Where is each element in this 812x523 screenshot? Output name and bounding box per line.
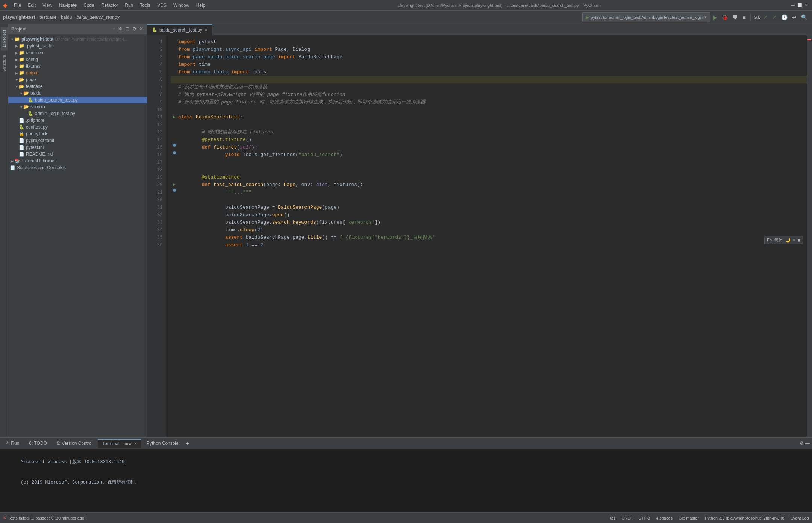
status-position[interactable]: 6:1 (610, 516, 615, 520)
panel-close-btn[interactable]: ✕ (139, 26, 144, 32)
bottom-tab-terminal[interactable]: Terminal Local ✕ (98, 439, 141, 448)
add-tab-button[interactable]: + (184, 440, 191, 447)
tab-icon: 🐍 (152, 27, 157, 32)
tree-item-gitignore[interactable]: ▶ 📄 .gitignore (8, 117, 147, 124)
tree-item-conftest[interactable]: ▶ 🐍 conftest.py (8, 124, 147, 130)
status-linesep[interactable]: CRLF (621, 516, 632, 520)
git-check2[interactable]: ✓ (771, 14, 778, 21)
close-button[interactable]: ✕ (804, 3, 809, 8)
tree-item-common[interactable]: ▶ 📁 common (8, 49, 147, 56)
stop-button[interactable]: ■ (741, 14, 747, 21)
tree-item-poetry-lock[interactable]: ▶ 🔒 poetry.lock (8, 130, 147, 137)
git-history[interactable]: 🕐 (780, 14, 789, 21)
tree-item-scratches[interactable]: 🗒️ Scratches and Consoles (8, 164, 147, 171)
menu-window[interactable]: Window (170, 2, 192, 9)
tree-item-baidu-search-test[interactable]: ▶ 🐍 baidu_search_test.py (8, 97, 147, 103)
tree-item-config[interactable]: ▶ 📁 config (8, 56, 147, 63)
menu-navigate[interactable]: Navigate (56, 2, 80, 9)
tree-arrow-page: ▾ (14, 78, 19, 82)
menu-refactor[interactable]: Refactor (98, 2, 121, 9)
status-encoding[interactable]: UTF-8 (638, 516, 650, 520)
bottom-tab-todo[interactable]: 6: TODO (24, 439, 52, 447)
run-arrow-20[interactable]: ▶ (173, 181, 176, 189)
tree-item-output[interactable]: ▶ 📁 output (8, 70, 147, 76)
tab-label: baidu_search_test.py (159, 27, 202, 33)
terminal-close[interactable]: ✕ (134, 441, 137, 446)
menu-file[interactable]: File (11, 2, 24, 9)
run-config[interactable]: ▶ pytest for admin_login_test.AdminLogin… (582, 12, 710, 22)
coverage-button[interactable]: ⛊ (731, 14, 739, 21)
terminal-content[interactable]: Microsoft Windows [版本 10.0.18363.1440] (… (0, 449, 812, 512)
breadcrumb-folder2[interactable]: baidu (61, 15, 72, 20)
git-label: Git: (754, 15, 760, 20)
run-button[interactable]: ▶ (712, 14, 719, 21)
code-line-30 (171, 196, 807, 204)
status-git[interactable]: Git: master (679, 516, 699, 520)
tab-close-btn[interactable]: ✕ (205, 28, 208, 32)
panel-settings-btn[interactable]: ⚙ (132, 26, 137, 32)
run-config-dropdown[interactable]: ▾ (704, 15, 707, 20)
minimize-button[interactable]: — (790, 3, 795, 8)
git-check1[interactable]: ✓ (762, 14, 769, 21)
keyboard-indicator: En 简体 🌙 ⌨ ■ (764, 236, 803, 244)
sidebar-tab-structure[interactable]: Structure (1, 52, 8, 75)
tree-item-root[interactable]: ▾ 📁 playwright-test D:\chen\PycharmProje… (8, 36, 147, 42)
bottom-tab-vcs[interactable]: 9: Version Control (52, 439, 97, 447)
tree-item-admin-login[interactable]: ▶ 🐍 admin_login_test.py (8, 110, 147, 117)
menu-tools[interactable]: Tools (137, 2, 153, 9)
ln-10: 10 (147, 106, 163, 114)
code-line-32: baiduSearchPage.open() (171, 211, 807, 219)
tree-item-fixtures[interactable]: ▶ 📁 fixtures (8, 63, 147, 70)
maximize-button[interactable]: ⬜ (797, 3, 802, 8)
panel-title-sep: ▾ (113, 26, 115, 32)
tree-item-testcase[interactable]: ▾ 📂 testcase (8, 83, 147, 90)
tree-item-readme[interactable]: ▶ 📄 README.md (8, 151, 147, 158)
tree-item-pytest-ini[interactable]: ▶ 📄 pytest.ini (8, 144, 147, 151)
bookmark-16 (173, 151, 176, 154)
term-line-2: (c) 2019 Microsoft Corporation. 保留所有权利。 (5, 472, 807, 493)
menu-help[interactable]: Help (193, 2, 209, 9)
tree-item-pyproject[interactable]: ▶ 📄 pyproject.toml (8, 137, 147, 144)
bottom-tab-run[interactable]: 4: Run (2, 439, 24, 447)
status-event-log[interactable]: Event Log (790, 516, 809, 520)
tree-label-admin-login: admin_login_test.py (35, 111, 75, 116)
tree-item-shopxo[interactable]: ▾ 📂 shopxo (8, 103, 147, 110)
git-rollback[interactable]: ↩ (791, 14, 798, 21)
run-arrow-11[interactable]: ▶ (173, 114, 176, 121)
menu-edit[interactable]: Edit (25, 2, 39, 9)
bottom-tab-python-console[interactable]: Python Console (142, 439, 183, 447)
tree-item-external-libs[interactable]: ▶ 📚 External Libraries (8, 158, 147, 164)
status-indent[interactable]: 4 spaces (656, 516, 673, 520)
menu-vcs[interactable]: VCS (154, 2, 170, 9)
menu-run[interactable]: Run (122, 2, 136, 9)
code-line-19: @staticmethod (171, 174, 807, 181)
terminal-minimize-btn[interactable]: — (804, 440, 810, 447)
code-line-10 (171, 106, 807, 114)
project-name: playwright-test (3, 15, 35, 20)
project-panel: Project ▾ ⊕ ⊟ ⚙ ✕ ▾ 📁 playwright-test D:… (8, 24, 147, 437)
tree-path-root: D:\chen\PycharmProjects\playwright-t... (55, 37, 127, 41)
tree-label-shopxo: shopxo (30, 104, 45, 109)
code-content[interactable]: import pytest from playwright.async_api … (166, 35, 807, 437)
breadcrumb-folder1[interactable]: testcase (39, 15, 56, 20)
menu-code[interactable]: Code (80, 2, 97, 9)
debug-button[interactable]: 🐞 (720, 14, 730, 21)
tree-label-fixtures: fixtures (26, 64, 41, 69)
gutter-16 (171, 151, 178, 154)
editor-tab-baidu-search[interactable]: 🐍 baidu_search_test.py ✕ (147, 24, 212, 35)
tree-label-pytest-ini: pytest.ini (26, 145, 44, 150)
gutter-20: ▶ (171, 181, 178, 189)
panel-collapse-btn[interactable]: ⊟ (125, 26, 130, 32)
menu-view[interactable]: View (39, 2, 55, 9)
folder-icon-output: 📁 (19, 70, 24, 76)
terminal-settings-btn[interactable]: ⚙ (799, 440, 804, 447)
search-everywhere[interactable]: 🔍 (800, 14, 809, 21)
tree-item-page[interactable]: ▾ 📂 page (8, 76, 147, 83)
sidebar-tab-project[interactable]: 1: Project (1, 27, 8, 50)
tree-item-baidu[interactable]: ▾ 📂 baidu (8, 90, 147, 97)
status-python[interactable]: Python 3.8 (playwright-test-hutT2Ibn-py3… (705, 516, 785, 520)
tree-item-pytest-cache[interactable]: ▶ 📁 .pytest_cache (8, 42, 147, 49)
status-bar: ✕ Tests failed: 1, passed: 0 (10 minutes… (0, 512, 812, 523)
panel-locate-btn[interactable]: ⊕ (118, 26, 123, 32)
code-line-9: # 所有使用内置的 page fixture 时，每次测试方法执行前生成，执行后… (171, 99, 807, 106)
